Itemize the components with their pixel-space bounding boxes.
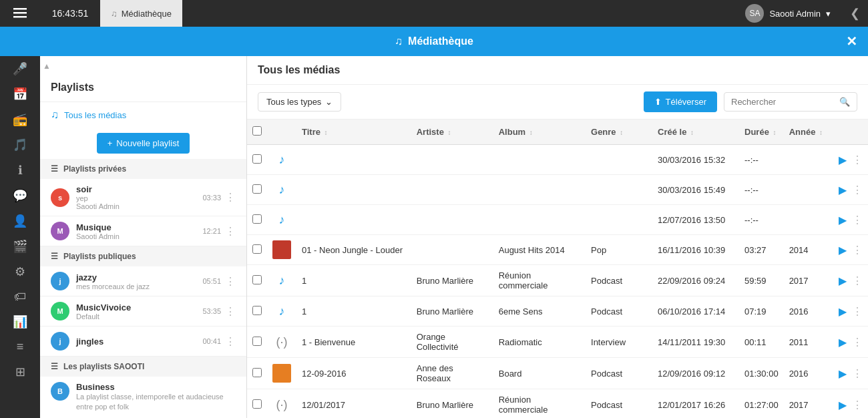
row-more-button[interactable]: ⋮ <box>852 368 863 379</box>
row-checkbox[interactable] <box>252 306 262 315</box>
nav-tag[interactable]: 🏷 <box>14 290 26 304</box>
row-checkbox[interactable] <box>252 214 262 224</box>
row-genre <box>586 175 652 205</box>
row-checkbox-cell <box>247 265 267 296</box>
row-checkbox[interactable] <box>252 154 262 164</box>
nav-radio[interactable]: 📻 <box>13 112 27 127</box>
row-title <box>296 175 411 205</box>
row-checkbox[interactable] <box>252 275 262 284</box>
user-menu[interactable]: SA Saooti Admin ▾ <box>734 4 841 23</box>
col-artist[interactable]: Artiste ↕ <box>411 120 493 145</box>
select-all-checkbox[interactable] <box>252 126 262 136</box>
row-more-button[interactable]: ⋮ <box>852 306 863 317</box>
row-play-button[interactable]: ▶ <box>839 399 847 411</box>
nav-video[interactable]: 🎬 <box>13 239 27 254</box>
row-artist: Orange Collectivité <box>411 327 493 358</box>
row-play-button[interactable]: ▶ <box>839 184 847 196</box>
row-title: 1 <box>296 265 411 296</box>
row-thumb-icon: ♪ <box>272 150 291 169</box>
filter-dropdown[interactable]: Tous les types ⌄ <box>258 92 341 112</box>
upload-button[interactable]: ⬆ Téléverser <box>644 91 717 112</box>
playlist-sub: mes morceaux de jazz <box>76 282 202 290</box>
nav-list[interactable]: ≡ <box>17 340 24 354</box>
nav-chart[interactable]: 📊 <box>13 315 27 329</box>
nav-calendar[interactable]: 📅 <box>13 87 27 101</box>
row-genre: Podcast <box>586 265 652 296</box>
playlist-item-jingles[interactable]: j jingles 00:41 ⋮ <box>40 327 246 357</box>
playlist-item-musique[interactable]: M Musique Saooti Admin 12:21 ⋮ <box>40 216 246 246</box>
row-thumb-icon: ♪ <box>272 180 291 199</box>
row-play-button[interactable]: ▶ <box>839 275 847 286</box>
playlist-item-business[interactable]: B Business La playlist classe, intempore… <box>40 377 246 418</box>
topbar-tab[interactable]: ♫ Médiathèque <box>100 0 182 27</box>
col-duration[interactable]: Durée ↕ <box>739 120 784 145</box>
nav-person[interactable]: 👤 <box>13 214 27 228</box>
content-title: Tous les médias <box>258 64 340 76</box>
row-more-button[interactable]: ⋮ <box>852 184 863 196</box>
row-checkbox[interactable] <box>252 368 262 377</box>
row-play-button[interactable]: ▶ <box>839 368 847 379</box>
saooti-playlists-header: ☰ Les playlists SAOOTI <box>40 357 246 377</box>
row-title: 01 - Neon Jungle - Louder <box>296 235 411 265</box>
playlist-info: jazzy mes morceaux de jazz <box>76 272 202 290</box>
row-play-button[interactable]: ▶ <box>839 154 847 166</box>
tab-label: Médiathèque <box>122 9 172 19</box>
row-checkbox[interactable] <box>252 399 262 409</box>
playlist-more-button[interactable]: ⋮ <box>225 191 236 204</box>
col-genre[interactable]: Genre ↕ <box>586 120 652 145</box>
playlist-more-button[interactable]: ⋮ <box>225 335 236 348</box>
back-button[interactable]: ❮ <box>841 6 868 21</box>
col-album[interactable]: Album ↕ <box>493 120 586 145</box>
row-more-button[interactable]: ⋮ <box>852 275 863 286</box>
row-play-button[interactable]: ▶ <box>839 337 847 348</box>
col-created[interactable]: Créé le ↕ <box>652 120 739 145</box>
search-input[interactable] <box>731 97 839 107</box>
col-year[interactable]: Année ↕ <box>784 120 828 145</box>
playlist-more-button[interactable]: ⋮ <box>225 305 236 318</box>
playlist-item-musicvivoice[interactable]: M MusicVivoice Default 53:35 ⋮ <box>40 296 246 327</box>
nav-settings[interactable]: ⚙ <box>15 264 25 279</box>
playlist-more-button[interactable]: ⋮ <box>225 225 236 238</box>
row-duration: --:-- <box>739 145 784 175</box>
playlist-name: jingles <box>76 337 202 347</box>
row-year: 2017 <box>784 265 828 296</box>
row-checkbox[interactable] <box>252 337 262 346</box>
menu-button[interactable] <box>0 8 40 19</box>
row-play-button[interactable]: ▶ <box>839 244 847 256</box>
row-more-button[interactable]: ⋮ <box>852 337 863 348</box>
modal-header: ♫ Médiathèque ✕ <box>0 27 868 56</box>
playlist-author: Saooti Admin <box>76 232 202 240</box>
row-checkbox[interactable] <box>252 244 262 254</box>
nav-apps[interactable]: ⊞ <box>15 365 25 379</box>
row-play-button[interactable]: ▶ <box>839 306 847 317</box>
row-actions-cell: ▶ ⋮ <box>828 145 868 175</box>
nav-info[interactable]: ℹ <box>18 163 23 178</box>
playlist-more-button[interactable]: ⋮ <box>225 275 236 288</box>
sidebar-all-media[interactable]: ♫ Tous les médias <box>40 102 246 128</box>
row-actions-cell: ▶ ⋮ <box>828 358 868 389</box>
table-row: ♪ 30/03/2016 15:49 --:-- ▶ ⋮ <box>247 175 868 205</box>
saooti-playlists-icon: ☰ <box>51 362 58 371</box>
sidebar-scroll-up[interactable]: ▲ <box>40 59 53 73</box>
row-more-button[interactable]: ⋮ <box>852 214 863 226</box>
row-more-button[interactable]: ⋮ <box>852 399 863 411</box>
row-created: 12/07/2016 13:50 <box>652 205 739 235</box>
playlist-item-soir[interactable]: s soir yep Saooti Admin 03:33 ⋮ <box>40 179 246 216</box>
row-play-button[interactable]: ▶ <box>839 214 847 226</box>
modal-close-button[interactable]: ✕ <box>846 33 857 49</box>
playlist-item-jazzy[interactable]: j jazzy mes morceaux de jazz 05:51 ⋮ <box>40 266 246 296</box>
row-title: 12-09-2016 <box>296 358 411 389</box>
row-thumb-cell: ♪ <box>267 145 296 175</box>
search-icon: 🔍 <box>839 97 850 107</box>
row-title: 12/01/2017 <box>296 389 411 419</box>
main-layout: 🎤 📅 📻 🎵 ℹ 💬 👤 🎬 ⚙ 🏷 📊 ≡ ⊞ ▲ Playlists ♫ … <box>0 56 868 418</box>
col-title[interactable]: Titre ↕ <box>296 120 411 145</box>
row-checkbox[interactable] <box>252 184 262 194</box>
nav-microphone[interactable]: 🎤 <box>13 61 27 76</box>
nav-chat[interactable]: 💬 <box>13 188 27 203</box>
row-more-button[interactable]: ⋮ <box>852 244 863 256</box>
new-playlist-button[interactable]: + Nouvelle playlist <box>97 133 190 154</box>
row-more-button[interactable]: ⋮ <box>852 154 863 166</box>
nav-music[interactable]: 🎵 <box>13 138 27 152</box>
row-title: 1 <box>296 296 411 327</box>
